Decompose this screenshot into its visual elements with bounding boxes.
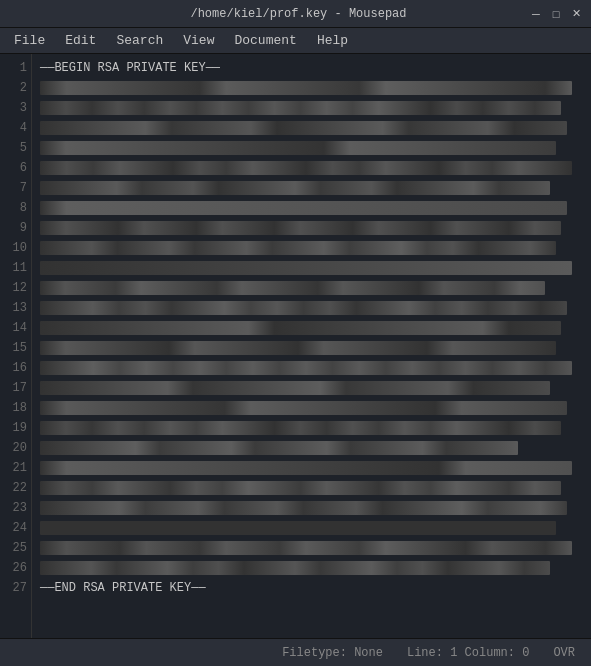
titlebar-controls: ─ □ ✕: [529, 7, 583, 21]
code-line: [40, 238, 583, 258]
line-number: 15: [6, 338, 27, 358]
minimize-button[interactable]: ─: [529, 7, 543, 21]
code-line: [40, 378, 583, 398]
code-line: [40, 198, 583, 218]
menu-help[interactable]: Help: [307, 31, 358, 50]
key-begin-header: ——BEGIN RSA PRIVATE KEY——: [40, 58, 220, 78]
key-data-line: [40, 381, 550, 395]
line-number: 24: [6, 518, 27, 538]
key-data-line: [40, 221, 561, 235]
key-data-line: [40, 301, 567, 315]
key-data-line: [40, 561, 550, 575]
line-number: 3: [6, 98, 27, 118]
close-button[interactable]: ✕: [569, 7, 583, 21]
titlebar-title: /home/kiel/prof.key - Mousepad: [68, 7, 529, 21]
code-line: [40, 538, 583, 558]
code-line: [40, 258, 583, 278]
key-data-line: [40, 521, 556, 535]
titlebar: /home/kiel/prof.key - Mousepad ─ □ ✕: [0, 0, 591, 28]
filetype-status: Filetype: None: [282, 646, 383, 660]
line-number: 7: [6, 178, 27, 198]
key-data-line: [40, 541, 572, 555]
key-data-line: [40, 141, 556, 155]
line-number: 25: [6, 538, 27, 558]
line-number: 6: [6, 158, 27, 178]
line-number: 4: [6, 118, 27, 138]
code-line: [40, 438, 583, 458]
line-number: 11: [6, 258, 27, 278]
key-data-line: [40, 81, 572, 95]
code-line: [40, 358, 583, 378]
key-data-line: [40, 481, 561, 495]
code-line: [40, 118, 583, 138]
line-number: 22: [6, 478, 27, 498]
key-data-line: [40, 421, 561, 435]
maximize-button[interactable]: □: [549, 7, 563, 21]
menubar: File Edit Search View Document Help: [0, 28, 591, 54]
menu-document[interactable]: Document: [224, 31, 306, 50]
statusbar: Filetype: None Line: 1 Column: 0 OVR: [0, 638, 591, 666]
line-number: 27: [6, 578, 27, 598]
line-number: 13: [6, 298, 27, 318]
menu-search[interactable]: Search: [106, 31, 173, 50]
key-data-line: [40, 161, 572, 175]
key-end-footer: ——END RSA PRIVATE KEY——: [40, 578, 206, 598]
line-number: 10: [6, 238, 27, 258]
line-number: 8: [6, 198, 27, 218]
code-line: [40, 518, 583, 538]
key-data-line: [40, 401, 567, 415]
line-number: 5: [6, 138, 27, 158]
line-number: 17: [6, 378, 27, 398]
code-line: [40, 558, 583, 578]
mode-status: OVR: [553, 646, 575, 660]
menu-edit[interactable]: Edit: [55, 31, 106, 50]
menu-file[interactable]: File: [4, 31, 55, 50]
line-number: 12: [6, 278, 27, 298]
code-line: ——END RSA PRIVATE KEY——: [40, 578, 583, 598]
code-line: [40, 478, 583, 498]
code-line: [40, 318, 583, 338]
line-numbers: 1234567891011121314151617181920212223242…: [0, 54, 32, 638]
key-data-line: [40, 101, 561, 115]
key-data-line: [40, 281, 545, 295]
code-line: [40, 98, 583, 118]
key-data-line: [40, 201, 567, 215]
code-line: [40, 298, 583, 318]
menu-view[interactable]: View: [173, 31, 224, 50]
key-data-line: [40, 121, 567, 135]
code-line: [40, 398, 583, 418]
key-data-line: [40, 261, 572, 275]
line-number: 23: [6, 498, 27, 518]
line-number: 2: [6, 78, 27, 98]
key-data-line: [40, 181, 550, 195]
line-number: 26: [6, 558, 27, 578]
code-line: [40, 278, 583, 298]
line-number: 20: [6, 438, 27, 458]
key-data-line: [40, 501, 567, 515]
code-content[interactable]: ——BEGIN RSA PRIVATE KEY————END RSA PRIVA…: [32, 54, 591, 638]
key-data-line: [40, 361, 572, 375]
line-number: 16: [6, 358, 27, 378]
code-line: [40, 218, 583, 238]
line-number: 18: [6, 398, 27, 418]
code-line: [40, 458, 583, 478]
key-data-line: [40, 321, 561, 335]
code-line: [40, 178, 583, 198]
code-line: ——BEGIN RSA PRIVATE KEY——: [40, 58, 583, 78]
line-number: 19: [6, 418, 27, 438]
line-number: 1: [6, 58, 27, 78]
code-line: [40, 418, 583, 438]
key-data-line: [40, 461, 572, 475]
line-number: 9: [6, 218, 27, 238]
line-number: 21: [6, 458, 27, 478]
key-data-line: [40, 241, 556, 255]
line-col-status: Line: 1 Column: 0: [407, 646, 529, 660]
key-data-line: [40, 441, 518, 455]
code-line: [40, 158, 583, 178]
code-line: [40, 138, 583, 158]
editor-area: 1234567891011121314151617181920212223242…: [0, 54, 591, 638]
code-line: [40, 498, 583, 518]
code-line: [40, 338, 583, 358]
code-line: [40, 78, 583, 98]
key-data-line: [40, 341, 556, 355]
